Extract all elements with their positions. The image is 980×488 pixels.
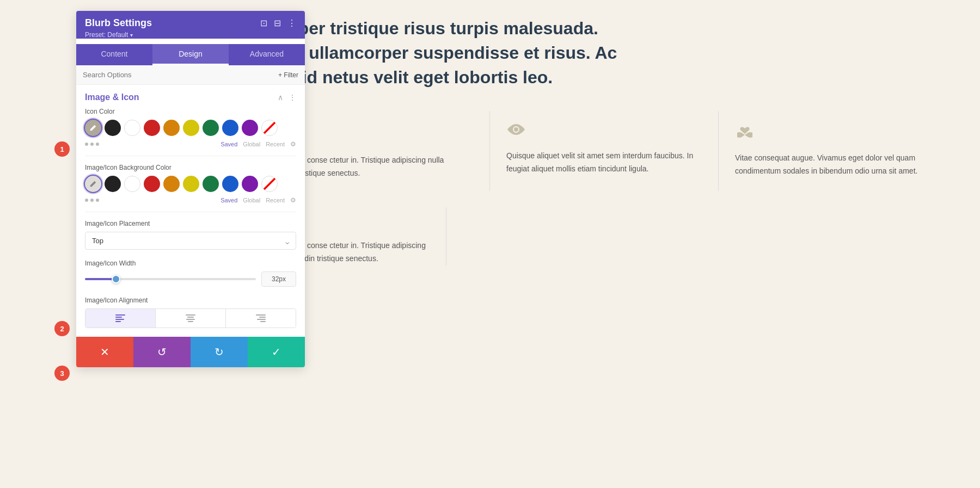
global-link[interactable]: Global [243,141,260,147]
hero-text: Semper tristique risus turpis malesuada.… [261,16,642,89]
blurb-text-2: Quisque aliquet velit sit amet sem inter… [506,150,702,176]
swatch-orange[interactable] [163,120,180,136]
swatch-green[interactable] [203,120,219,136]
tab-content[interactable]: Content [76,44,152,65]
swatch-black[interactable] [105,120,121,136]
bg-color-label: Image/Icon Background Color [85,164,296,171]
content-area: Semper tristique risus turpis malesuada.… [229,0,980,488]
blurb-row2: Quam at sed conse ctetur in. Tristique a… [261,207,947,265]
color-settings-icon[interactable]: ⚙ [290,140,296,148]
svg-rect-7 [188,321,193,322]
saved-link[interactable]: Saved [220,141,237,147]
bg-swatch-yellow[interactable] [183,176,199,192]
alignment-buttons [85,308,296,328]
bg-swatch-red[interactable] [144,176,160,192]
svg-rect-5 [187,317,194,318]
bg-color-meta: Saved Global Recent ⚙ [85,195,296,204]
icon-color-meta: Saved Global Recent ⚙ [85,139,296,148]
panel-tabs: Content Design Advanced [76,44,305,65]
step-3: 3 [54,366,70,381]
swatch-white[interactable] [124,120,140,136]
swatch-purple[interactable] [242,120,258,136]
align-center-icon [186,314,195,322]
more-swatches-dots[interactable] [85,143,99,146]
swatch-yellow[interactable] [183,120,199,136]
svg-rect-6 [186,319,195,320]
bg-saved-link[interactable]: Saved [220,197,237,203]
alignment-label: Image/Icon Alignment [85,296,296,304]
bg-swatch-green[interactable] [203,176,219,192]
svg-point-12 [514,127,518,132]
save-button[interactable]: ✓ [248,337,305,367]
slider-thumb[interactable] [112,275,120,283]
width-slider-track[interactable] [85,278,256,280]
svg-rect-0 [115,314,125,316]
more-icon[interactable]: ⋮ [287,18,296,28]
svg-rect-10 [257,319,266,320]
placement-select[interactable]: Top Left Right Bottom [85,232,296,250]
recent-link[interactable]: Recent [266,141,285,147]
bg-more-dots[interactable] [85,199,99,202]
placement-label: Image/Icon Placement [85,220,296,227]
preset-selector[interactable]: Preset: Default ▾ [85,31,296,39]
cancel-button[interactable]: ✕ [76,337,133,367]
search-input[interactable] [83,71,274,79]
collapse-section-icon[interactable]: ∧ [278,93,283,102]
blurb-col-3: Vitae consequat augue. Vivamus eget dolo… [719,111,947,191]
bg-meta-links: Saved Global Recent ⚙ [220,196,296,204]
swatch-red[interactable] [144,120,160,136]
width-label: Image/Icon Width [85,260,296,267]
width-value-input[interactable] [261,271,296,287]
tab-advanced[interactable]: Advanced [229,44,305,65]
bg-color-swatches [85,176,296,192]
bg-swatch-white[interactable] [124,176,140,192]
blurb-icon-2 [506,122,702,141]
blurb-icon-3 [735,122,947,143]
align-right-icon [256,314,266,322]
color-meta-links: Saved Global Recent ⚙ [220,140,296,148]
expand-icon[interactable]: ⊡ [260,18,267,28]
bg-swatch-orange[interactable] [163,176,180,192]
bg-swatch-transparent[interactable] [261,176,278,192]
icon-color-swatches [85,120,296,136]
tab-design[interactable]: Design [152,44,229,65]
step-1: 1 [54,141,70,157]
bg-swatch-black[interactable] [105,176,121,192]
search-bar: + Filter [76,65,305,85]
panel-header-icons: ⊡ ⊟ ⋮ [260,18,296,28]
filter-button[interactable]: + Filter [278,71,298,79]
placement-select-wrapper: Top Left Right Bottom [85,232,296,250]
panel-body: Image & Icon ∧ ⋮ Icon Color [76,85,305,337]
blurb-text-3: Vitae consequat augue. Vivamus eget dolo… [735,152,947,178]
bottom-action-bar: ✕ ↺ ↻ ✓ [76,337,305,367]
panel-title: Blurb Settings [85,17,152,29]
swatch-transparent[interactable] [261,120,278,136]
bg-swatch-light[interactable] [85,176,101,192]
panel-header: Blurb Settings ⊡ ⊟ ⋮ Preset: Default ▾ [76,11,305,39]
swatch-blue[interactable] [222,120,238,136]
step-2: 2 [54,321,70,336]
svg-rect-1 [115,317,122,318]
section-menu-icon[interactable]: ⋮ [289,93,296,102]
swatch-tan[interactable] [85,120,101,136]
bg-global-link[interactable]: Global [243,197,260,203]
preset-arrow: ▾ [130,32,133,38]
image-icon-section-header: Image & Icon ∧ ⋮ [85,85,296,108]
collapse-icon[interactable]: ⊟ [274,18,281,28]
align-center-button[interactable] [156,309,226,328]
align-left-button[interactable] [85,309,156,328]
svg-rect-8 [256,314,266,316]
undo-button[interactable]: ↺ [133,337,191,367]
svg-rect-9 [259,317,266,318]
redo-button[interactable]: ↻ [191,337,248,367]
icon-color-label: Icon Color [85,108,296,115]
bg-settings-icon[interactable]: ⚙ [290,196,296,204]
preset-label: Preset: Default [85,31,128,39]
blurb-grid: Quam at sed conse ctetur in. Tristique a… [261,111,947,191]
bg-swatch-purple[interactable] [242,176,258,192]
width-slider-row [85,271,296,287]
bg-recent-link[interactable]: Recent [266,197,285,203]
bg-swatch-blue[interactable] [222,176,238,192]
svg-rect-4 [186,314,195,316]
align-right-button[interactable] [226,309,296,328]
